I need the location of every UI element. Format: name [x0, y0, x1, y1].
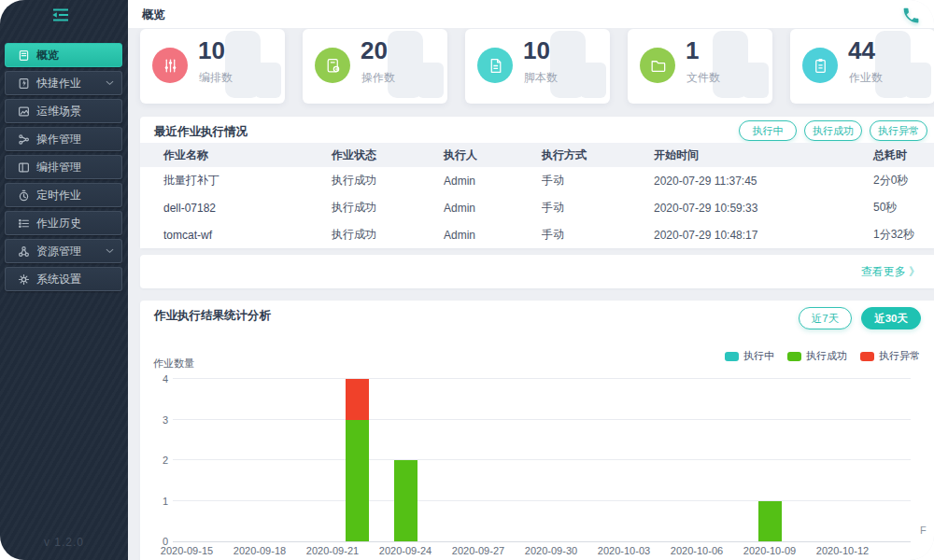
sidebar-item-label: 快捷作业: [36, 76, 81, 91]
recent-jobs-panel: 最近作业执行情况 执行中执行成功执行异常 作业名称作业状态执行人执行方式开始时间…: [140, 117, 934, 248]
more-strip: 查看更多 》: [140, 255, 934, 288]
filter-button[interactable]: 执行成功: [804, 120, 862, 141]
table-cell: 执行成功: [332, 227, 444, 243]
stat-label: 作业数: [849, 70, 883, 86]
x-tick-label: 2020-09-15: [149, 545, 224, 556]
sidebar-item-orchestration[interactable]: 编排管理: [5, 155, 122, 179]
table-row[interactable]: tomcat-wf执行成功Admin手动2020-07-29 10:48:171…: [140, 221, 934, 248]
stat-card: 10脚本数: [465, 29, 610, 104]
menu-fold-icon[interactable]: [50, 7, 71, 22]
stat-value: 1: [686, 36, 699, 65]
y-tick-label: 2: [153, 455, 168, 466]
sidebar-item-label: 定时作业: [36, 188, 81, 203]
sidebar-item-settings[interactable]: 系统设置: [5, 267, 122, 291]
app-window: 概览快捷作业运维场景操作管理编排管理定时作业作业历史资源管理系统设置 v 1.2…: [0, 0, 934, 560]
sidebar-item-quick-job[interactable]: 快捷作业: [5, 71, 122, 95]
chart-bar-segment: [346, 379, 369, 420]
clipboard-icon: [802, 48, 838, 83]
gridline: [173, 419, 911, 420]
legend-item[interactable]: 执行成功: [787, 349, 847, 363]
y-tick-label: 1: [153, 496, 168, 507]
stat-card: 1文件数: [628, 29, 772, 104]
sidebar-item-label: 资源管理: [36, 244, 81, 259]
job-history-icon: [18, 217, 30, 230]
stat-card: 10编排数: [140, 29, 285, 104]
table-cell: 批量打补丁: [163, 173, 332, 189]
legend-label: 执行成功: [806, 349, 847, 363]
table-cell: 2020-07-29 11:37:45: [654, 175, 873, 188]
filter-button[interactable]: 执行异常: [870, 120, 927, 141]
card-watermark: [255, 63, 281, 98]
sidebar: 概览快捷作业运维场景操作管理编排管理定时作业作业历史资源管理系统设置 v 1.2…: [0, 0, 128, 560]
chart-bar-segment: [346, 420, 369, 542]
chart-panel: 作业执行结果统计分析 近7天近30天 执行中执行成功执行异常 作业数量 0123…: [140, 301, 934, 560]
stat-label: 编排数: [199, 70, 233, 86]
legend-label: 执行中: [743, 349, 774, 363]
stat-card: 44作业数: [790, 29, 934, 104]
chart-title: 作业执行结果统计分析: [154, 308, 271, 324]
x-tick-label: 2020-09-21: [295, 545, 370, 556]
sidebar-item-ops-scene[interactable]: 运维场景: [5, 99, 122, 123]
legend-item[interactable]: 执行异常: [860, 349, 920, 363]
sidebar-item-operation[interactable]: 操作管理: [5, 127, 122, 151]
table-cell: 1分32秒: [873, 227, 934, 243]
chart-bar-segment: [758, 501, 782, 542]
chart-bar-segment: [394, 460, 417, 541]
overview-icon: [18, 49, 30, 62]
topbar: 概览: [128, 0, 934, 28]
sidebar-item-label: 系统设置: [36, 272, 81, 287]
legend-label: 执行异常: [879, 349, 920, 363]
quick-job-icon: [18, 77, 30, 90]
app-version: v 1.2.0: [0, 536, 128, 549]
table-cell: 50秒: [873, 200, 934, 216]
orchestration-icon: [18, 161, 30, 174]
column-header: 开始时间: [654, 147, 873, 163]
sidebar-item-timer-job[interactable]: 定时作业: [5, 183, 122, 207]
filter-button[interactable]: 执行中: [739, 120, 797, 141]
gridline: [173, 500, 911, 501]
script-icon: [477, 48, 513, 83]
column-header: 作业名称: [163, 147, 332, 163]
table-cell: Admin: [444, 229, 542, 242]
column-header: 执行方式: [542, 147, 654, 163]
card-watermark: [743, 63, 769, 98]
column-header: 总耗时: [873, 147, 934, 163]
table-cell: 执行成功: [332, 173, 444, 189]
x-tick-label: 2020-09-24: [368, 545, 443, 556]
stat-value: 20: [361, 36, 388, 65]
chevron-down-icon: [106, 80, 114, 86]
sidebar-item-resource[interactable]: 资源管理: [5, 239, 122, 263]
card-watermark: [580, 63, 606, 98]
stat-label: 文件数: [686, 70, 720, 86]
ops-scene-icon: [18, 105, 30, 118]
view-more-link[interactable]: 查看更多 》: [861, 264, 920, 280]
timer-job-icon: [18, 189, 30, 202]
sidebar-item-label: 编排管理: [36, 160, 81, 175]
table-cell: 手动: [542, 173, 654, 189]
table-cell: 手动: [542, 200, 654, 216]
sidebar-item-label: 操作管理: [36, 132, 81, 147]
legend-item[interactable]: 执行中: [725, 349, 774, 363]
range-button[interactable]: 近30天: [861, 307, 921, 329]
sidebar-item-overview[interactable]: 概览: [5, 43, 122, 67]
axis-end-label: F: [920, 525, 927, 536]
x-tick-label: 2020-09-27: [441, 545, 516, 556]
legend-swatch: [725, 352, 739, 361]
table-row[interactable]: dell-07182执行成功Admin手动2020-07-29 10:59:33…: [140, 194, 934, 221]
table-row[interactable]: 批量打补丁执行成功Admin手动2020-07-29 11:37:452分0秒: [140, 167, 934, 194]
table-cell: 手动: [542, 227, 654, 243]
operation-doc-icon: [315, 48, 350, 83]
table-header: 作业名称作业状态执行人执行方式开始时间总耗时: [140, 143, 934, 167]
column-header: 作业状态: [332, 147, 444, 163]
column-header: 执行人: [444, 147, 542, 163]
sliders-icon: [152, 48, 188, 83]
phone-icon[interactable]: [901, 6, 921, 25]
sidebar-item-job-history[interactable]: 作业历史: [5, 211, 122, 235]
recent-jobs-title: 最近作业执行情况: [154, 124, 248, 140]
range-buttons: 近7天近30天: [799, 307, 921, 329]
chart-legend: 执行中执行成功执行异常: [725, 349, 920, 363]
folder-icon: [640, 48, 675, 83]
legend-swatch: [860, 352, 874, 361]
legend-swatch: [787, 352, 801, 361]
range-button[interactable]: 近7天: [799, 307, 852, 329]
